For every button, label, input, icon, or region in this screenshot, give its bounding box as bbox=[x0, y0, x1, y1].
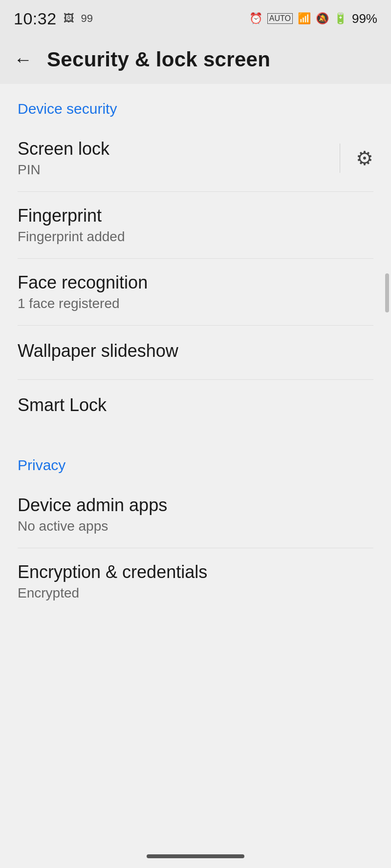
scrollbar bbox=[385, 273, 389, 312]
face-recognition-content: Face recognition 1 face registered bbox=[18, 272, 373, 311]
smart-lock-content: Smart Lock bbox=[18, 395, 373, 418]
section-gap-1 bbox=[0, 434, 391, 445]
screen-lock-gear-icon[interactable]: ⚙ bbox=[356, 147, 373, 169]
fingerprint-item[interactable]: Fingerprint Fingerprint added bbox=[0, 192, 391, 258]
battery-icon: 🔋 bbox=[334, 12, 347, 25]
home-indicator bbox=[147, 854, 244, 858]
page-title: Security & lock screen bbox=[47, 48, 270, 71]
encryption-credentials-item[interactable]: Encryption & credentials Encrypted bbox=[0, 548, 391, 615]
device-admin-apps-subtitle: No active apps bbox=[18, 518, 373, 534]
encryption-credentials-title: Encryption & credentials bbox=[18, 562, 373, 582]
fingerprint-title: Fingerprint bbox=[18, 206, 373, 226]
status-bar-right: ⏰ AUTO 📶 🔕 🔋 99% bbox=[249, 11, 377, 26]
status-bar-left: 10:32 🖼 99 bbox=[14, 9, 93, 28]
signal-icon: 📶 bbox=[298, 12, 311, 25]
face-recognition-subtitle: 1 face registered bbox=[18, 296, 373, 311]
alarm-icon: ⏰ bbox=[249, 12, 262, 25]
privacy-title: Privacy bbox=[18, 457, 65, 473]
status-bar: 10:32 🖼 99 ⏰ AUTO 📶 🔕 🔋 99% bbox=[0, 0, 391, 35]
wallpaper-slideshow-item[interactable]: Wallpaper slideshow bbox=[0, 326, 391, 379]
device-security-section-header: Device security bbox=[0, 89, 391, 125]
header: ← Security & lock screen bbox=[0, 35, 391, 84]
smart-lock-title: Smart Lock bbox=[18, 395, 373, 415]
mute-icon: 🔕 bbox=[316, 12, 329, 25]
status-time: 10:32 bbox=[14, 9, 57, 28]
screen-lock-title: Screen lock bbox=[18, 139, 340, 159]
content: Device security Screen lock PIN ⚙ Finger… bbox=[0, 84, 391, 615]
screen-lock-item[interactable]: Screen lock PIN ⚙ bbox=[0, 125, 391, 191]
screen-lock-right: ⚙ bbox=[340, 144, 373, 173]
face-recognition-item[interactable]: Face recognition 1 face registered bbox=[0, 259, 391, 325]
face-recognition-title: Face recognition bbox=[18, 272, 373, 293]
auto-icon: AUTO bbox=[267, 13, 293, 24]
fingerprint-subtitle: Fingerprint added bbox=[18, 229, 373, 245]
wallpaper-slideshow-content: Wallpaper slideshow bbox=[18, 341, 373, 364]
battery-percent: 99% bbox=[352, 11, 377, 26]
device-security-title: Device security bbox=[18, 101, 117, 117]
fingerprint-content: Fingerprint Fingerprint added bbox=[18, 206, 373, 245]
screen-lock-subtitle: PIN bbox=[18, 162, 340, 178]
back-button[interactable]: ← bbox=[14, 50, 32, 69]
wallpaper-slideshow-title: Wallpaper slideshow bbox=[18, 341, 373, 361]
screen-lock-content: Screen lock PIN bbox=[18, 139, 340, 178]
device-admin-apps-title: Device admin apps bbox=[18, 495, 373, 516]
device-admin-apps-content: Device admin apps No active apps bbox=[18, 495, 373, 534]
smart-lock-item[interactable]: Smart Lock bbox=[0, 380, 391, 434]
device-admin-apps-item[interactable]: Device admin apps No active apps bbox=[0, 481, 391, 548]
encryption-credentials-subtitle: Encrypted bbox=[18, 585, 373, 601]
photo-icon: 🖼 bbox=[64, 12, 74, 25]
notification-count: 99 bbox=[81, 12, 93, 25]
encryption-credentials-content: Encryption & credentials Encrypted bbox=[18, 562, 373, 601]
privacy-section-header: Privacy bbox=[0, 445, 391, 481]
screen-lock-divider bbox=[340, 144, 340, 173]
